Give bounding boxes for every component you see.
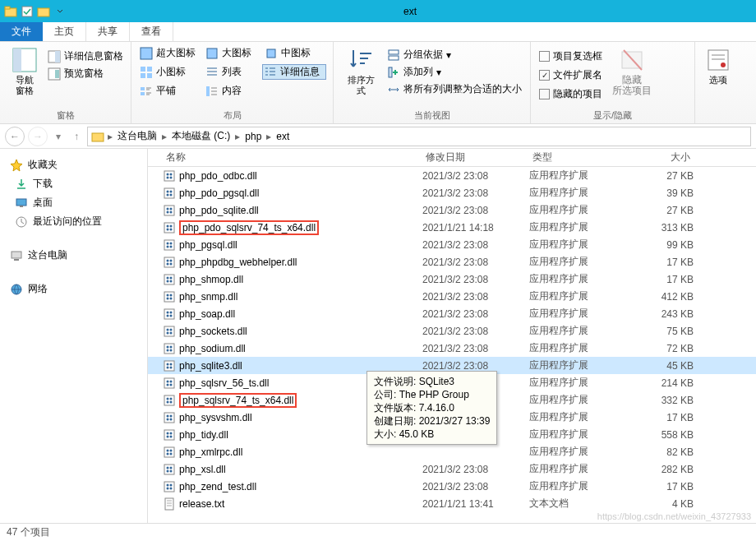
tab-home[interactable]: 主页 (43, 22, 86, 41)
dll-file-icon (163, 290, 176, 303)
lg-icons-icon (205, 47, 219, 60)
crumb-ext[interactable]: ext (274, 131, 291, 142)
download-icon (15, 178, 28, 191)
col-name[interactable]: 名称 (163, 150, 422, 164)
sort-by-button[interactable]: 排序方式 (340, 45, 382, 98)
preview-pane-button[interactable]: 预览窗格 (46, 66, 125, 81)
up-button[interactable]: ↑ (69, 129, 84, 144)
file-row[interactable]: php_soap.dll2021/3/2 23:08应用程序扩展243 KB (148, 305, 756, 322)
sidebar-desktop[interactable]: 桌面 (0, 193, 147, 212)
svg-point-94 (167, 380, 169, 382)
file-row[interactable]: php_pgsql.dll2021/3/2 23:08应用程序扩展99 KB (148, 236, 756, 253)
list-button[interactable]: 列表 (204, 64, 260, 80)
content-button[interactable]: 内容 (204, 83, 260, 99)
title-bar: ext (0, 0, 756, 22)
file-row[interactable]: php_xmlrpc.dll应用程序扩展82 KB (148, 443, 756, 460)
xl-icons-button[interactable]: 超大图标 (138, 45, 201, 61)
svg-point-56 (167, 245, 169, 247)
svg-point-44 (167, 207, 169, 210)
tab-file[interactable]: 文件 (0, 22, 43, 41)
col-size[interactable]: 大小 (628, 150, 694, 164)
sidebar-network[interactable]: 网络 (0, 280, 147, 298)
svg-point-120 (170, 466, 173, 469)
checkbox-checked-icon (539, 70, 550, 81)
hide-button[interactable]: 隐藏所选项目 (607, 45, 657, 98)
col-type[interactable]: 类型 (529, 150, 628, 164)
qat-dropdown-icon[interactable] (53, 4, 67, 19)
watermark: https://blog.csdn.net/weixin_43727933 (597, 511, 751, 521)
svg-point-80 (170, 328, 173, 331)
file-row[interactable]: php_phpdbg_webhelper.dll2021/3/2 23:08应用… (148, 253, 756, 270)
sidebar-recent[interactable]: 最近访问的位置 (0, 212, 147, 231)
pc-icon (10, 249, 23, 262)
crumb-pc[interactable]: 这台电脑 (116, 129, 159, 143)
size-columns-icon (387, 83, 400, 96)
nav-pane-icon (12, 47, 38, 73)
svg-rect-27 (16, 199, 26, 206)
svg-point-37 (170, 176, 173, 178)
md-icons-button[interactable]: 中图标 (263, 45, 319, 61)
tiles-button[interactable]: 平铺 (138, 83, 201, 99)
tab-share[interactable]: 共享 (86, 22, 130, 41)
sm-icons-button[interactable]: 小图标 (138, 64, 201, 80)
hidden-items-toggle[interactable]: 隐藏的项目 (537, 86, 604, 102)
crumb-drive[interactable]: 本地磁盘 (C:) (170, 129, 232, 143)
svg-point-100 (170, 397, 173, 400)
dll-file-icon (163, 359, 176, 372)
dll-file-icon (163, 307, 176, 321)
forward-button[interactable]: → (28, 127, 48, 146)
svg-point-79 (167, 328, 169, 331)
file-ext-toggle[interactable]: 文件扩展名 (537, 67, 604, 83)
file-row[interactable]: php_shmop.dll2021/3/2 23:08应用程序扩展17 KB (148, 270, 756, 288)
qat-icon-2[interactable] (36, 4, 51, 19)
file-row[interactable]: php_pdo_sqlite.dll2021/3/2 23:08应用程序扩展27… (148, 201, 756, 219)
file-row[interactable]: php_zend_test.dll2021/3/2 23:08应用程序扩展17 … (148, 478, 756, 495)
item-checkboxes-toggle[interactable]: 项目复选框 (537, 49, 604, 64)
svg-point-70 (170, 294, 173, 296)
add-columns-button[interactable]: 添加列▾ (385, 64, 523, 80)
dll-file-icon (163, 256, 176, 269)
recent-dropdown[interactable]: ▾ (51, 129, 66, 144)
svg-point-125 (170, 483, 173, 486)
file-row[interactable]: php_xsl.dll2021/3/2 23:08应用程序扩展282 KB (148, 460, 756, 478)
md-icons-icon (265, 47, 278, 60)
tab-view[interactable]: 查看 (130, 22, 173, 41)
file-row[interactable]: php_snmp.dll2021/3/2 23:08应用程序扩展412 KB (148, 288, 756, 305)
tiles-icon (140, 85, 153, 98)
svg-point-39 (167, 190, 169, 192)
svg-rect-9 (55, 70, 59, 78)
crumb-php[interactable]: php (243, 131, 263, 142)
svg-point-97 (170, 383, 173, 386)
svg-point-69 (167, 294, 169, 296)
file-list[interactable]: php_pdo_odbc.dll2021/3/2 23:08应用程序扩展27 K… (148, 167, 756, 523)
sidebar-pc[interactable]: 这台电脑 (0, 246, 147, 265)
nav-pane-button[interactable]: 导航窗格 (7, 45, 43, 98)
group-label-currentview: 当前视图 (340, 108, 523, 122)
details-pane-button[interactable]: 详细信息窗格 (46, 49, 125, 64)
lg-icons-button[interactable]: 大图标 (204, 45, 260, 61)
col-date[interactable]: 修改日期 (422, 150, 529, 164)
file-row[interactable]: php_pdo_pgsql.dll2021/3/2 23:08应用程序扩展39 … (148, 184, 756, 201)
group-label-panes: 窗格 (7, 108, 124, 122)
file-row[interactable]: php_sockets.dll2021/3/2 23:08应用程序扩展75 KB (148, 322, 756, 340)
back-button[interactable]: ← (5, 127, 25, 146)
sidebar-downloads[interactable]: 下载 (0, 174, 147, 193)
file-row[interactable]: release.txt2021/1/21 13:41文本文档4 KB (148, 495, 756, 512)
svg-point-114 (167, 449, 169, 451)
qat-icon-1[interactable] (20, 4, 35, 19)
group-by-button[interactable]: 分组依据▾ (385, 47, 523, 62)
dll-file-icon (163, 377, 176, 390)
size-all-button[interactable]: 将所有列调整为合适的大小 (385, 81, 523, 97)
file-row[interactable]: php_pdo_odbc.dll2021/3/2 23:08应用程序扩展27 K… (148, 167, 756, 184)
file-row[interactable]: php_pdo_sqlsrv_74_ts_x64.dll2021/1/21 14… (148, 219, 756, 236)
options-button[interactable]: 选项 (700, 45, 736, 87)
svg-rect-43 (164, 206, 174, 215)
svg-point-82 (170, 331, 173, 334)
sidebar-favorites[interactable]: 收藏夹 (0, 155, 147, 174)
details-button[interactable]: 详细信息 (262, 64, 326, 80)
star-icon (10, 159, 23, 172)
svg-rect-16 (147, 73, 152, 78)
file-row[interactable]: php_sodium.dll2021/3/2 23:08应用程序扩展72 KB (148, 340, 756, 357)
breadcrumb[interactable]: ▸ 这台电脑▸ 本地磁盘 (C:)▸ php▸ ext (87, 127, 751, 146)
checkbox-icon (539, 51, 550, 62)
